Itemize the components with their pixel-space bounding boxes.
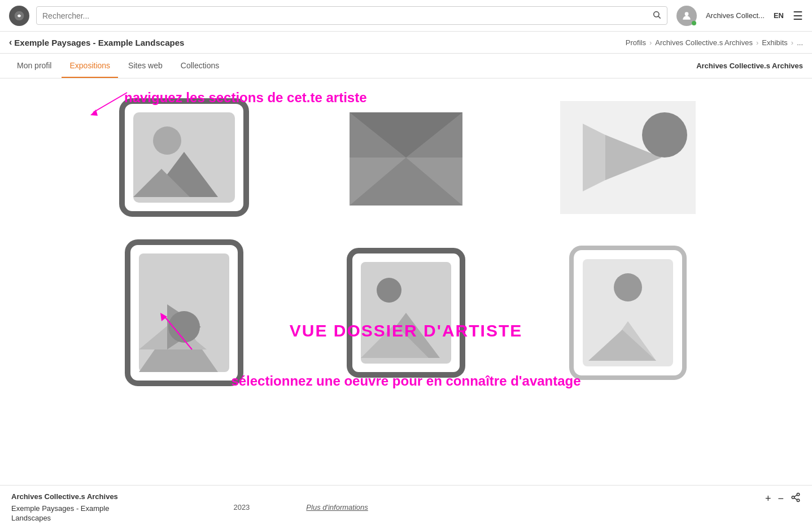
footer-more-link[interactable]: Plus d'informations bbox=[306, 503, 368, 522]
svg-line-42 bbox=[794, 495, 797, 497]
footer-org: Archives Collective.s Archives bbox=[11, 492, 368, 501]
footer-title: Exemple Paysages - Example bbox=[11, 504, 109, 513]
artwork-1[interactable] bbox=[90, 95, 278, 220]
svg-point-40 bbox=[797, 499, 800, 502]
artwork-3[interactable] bbox=[534, 95, 722, 220]
svg-point-33 bbox=[614, 273, 642, 301]
svg-line-41 bbox=[794, 498, 797, 500]
select-arrow bbox=[158, 310, 226, 355]
breadcrumb-item-4[interactable]: ... bbox=[797, 38, 803, 47]
back-chevron-icon: ‹ bbox=[9, 37, 12, 47]
artwork-5[interactable] bbox=[312, 237, 500, 389]
svg-point-8 bbox=[153, 126, 181, 155]
footer-title-wrap: Exemple Paysages - Example Landscapes bbox=[11, 503, 109, 522]
tabs-bar: Mon profil Expositions Sites web Collect… bbox=[0, 54, 812, 78]
breadcrumb-sep-1: › bbox=[649, 38, 652, 47]
breadcrumb-bar: ‹ Exemple Paysages - Example Landscapes … bbox=[0, 32, 812, 54]
svg-point-38 bbox=[797, 493, 800, 496]
tab-sites-web[interactable]: Sites web bbox=[120, 54, 171, 78]
artwork-6[interactable] bbox=[534, 237, 722, 389]
tab-expositions[interactable]: Expositions bbox=[62, 54, 118, 78]
svg-point-19 bbox=[642, 112, 687, 158]
header-right: Archives Collect... EN ☰ bbox=[676, 6, 803, 26]
breadcrumb: Profils › Archives Collective.s Archives… bbox=[626, 38, 803, 47]
language-button[interactable]: EN bbox=[774, 11, 784, 20]
main-content: naviguez les sections de cet.te artiste bbox=[0, 78, 812, 485]
select-annotation: sélectionnez une oeuvre pour en connaîtr… bbox=[231, 373, 580, 389]
svg-marker-37 bbox=[160, 313, 167, 321]
svg-point-28 bbox=[377, 278, 401, 303]
svg-line-36 bbox=[164, 316, 192, 349]
footer-actions: + − bbox=[765, 492, 801, 505]
tab-collections[interactable]: Collections bbox=[173, 54, 227, 78]
tab-mon-profil[interactable]: Mon profil bbox=[9, 54, 59, 78]
tabs-right-label: Archives Collective.s Archives bbox=[696, 62, 803, 70]
search-button[interactable] bbox=[652, 10, 661, 21]
breadcrumb-item-2[interactable]: Archives Collective.s Archives bbox=[655, 38, 753, 47]
breadcrumb-item-3[interactable]: Exhibits bbox=[762, 38, 788, 47]
breadcrumb-sep-3: › bbox=[791, 38, 793, 47]
share-button[interactable] bbox=[791, 492, 801, 505]
artwork-2[interactable] bbox=[312, 95, 500, 220]
user-name: Archives Collect... bbox=[706, 11, 765, 20]
logo[interactable] bbox=[9, 6, 29, 26]
breadcrumb-item-1[interactable]: Profils bbox=[626, 38, 646, 47]
footer-title2: Landscapes bbox=[11, 514, 109, 522]
zoom-out-button[interactable]: − bbox=[778, 493, 784, 505]
zoom-in-button[interactable]: + bbox=[765, 493, 771, 505]
header: Archives Collect... EN ☰ bbox=[0, 0, 812, 32]
avatar bbox=[676, 6, 697, 26]
breadcrumb-sep-2: › bbox=[756, 38, 758, 47]
back-button[interactable]: ‹ Exemple Paysages - Example Landscapes bbox=[9, 37, 184, 47]
svg-line-2 bbox=[658, 16, 661, 19]
hamburger-menu-icon[interactable]: ☰ bbox=[793, 9, 803, 23]
search-bar[interactable] bbox=[36, 6, 667, 25]
svg-point-3 bbox=[685, 12, 689, 16]
footer-bar: Archives Collective.s Archives Exemple P… bbox=[0, 485, 812, 529]
page-title: Exemple Paysages - Example Landscapes bbox=[14, 38, 184, 47]
footer-year: 2023 bbox=[233, 503, 250, 522]
footer-info: Archives Collective.s Archives Exemple P… bbox=[11, 492, 368, 522]
search-input[interactable] bbox=[42, 11, 652, 20]
svg-point-39 bbox=[792, 496, 794, 499]
online-indicator bbox=[692, 21, 696, 25]
svg-point-1 bbox=[654, 12, 659, 17]
